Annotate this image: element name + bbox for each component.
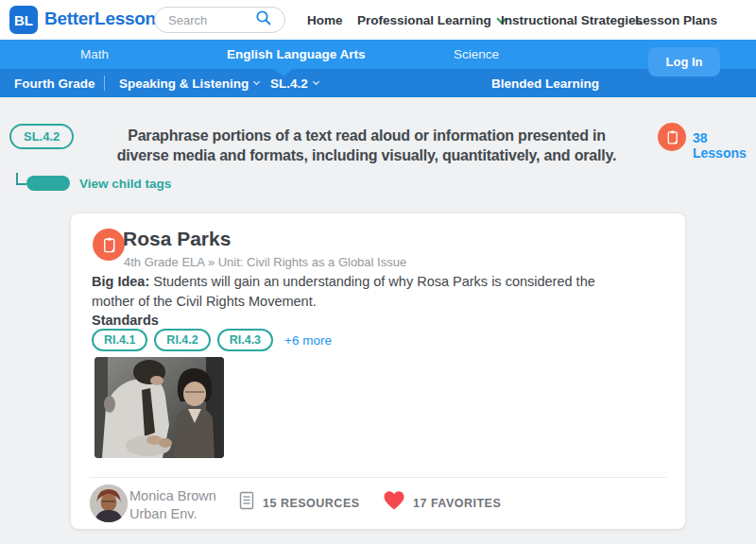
nav-home-label: Home xyxy=(307,13,343,27)
nav-professional-learning[interactable]: Professional Learning xyxy=(357,0,506,40)
lesson-title[interactable]: Rosa Parks xyxy=(123,228,231,250)
top-header: BL BetterLesson Home Professional Learni… xyxy=(0,0,756,40)
breadcrumb-grade[interactable]: Fourth Grade xyxy=(14,69,95,97)
standard-pill[interactable]: RI.4.3 xyxy=(217,329,273,351)
chevron-down-icon xyxy=(313,78,319,85)
subject-tab-math[interactable]: Math xyxy=(80,40,109,69)
lessons-count[interactable]: 38 Lessons xyxy=(693,130,756,161)
author-org: Urban Env. xyxy=(129,505,216,523)
tree-connector xyxy=(16,173,26,185)
big-idea-text1: Students will gain an understanding of w… xyxy=(153,274,595,289)
clipboard-icon xyxy=(100,236,118,254)
standard-code-badge: SL.4.2 xyxy=(9,124,74,149)
breadcrumb-strand-label: Speaking & Listening xyxy=(119,76,249,91)
subject-nav-bar: Math English Language Arts Science xyxy=(0,40,756,69)
big-idea-line1: Big Idea: Students will gain an understa… xyxy=(92,272,635,292)
subject-tab-science[interactable]: Science xyxy=(454,40,499,69)
nav-home[interactable]: Home xyxy=(307,0,343,40)
breadcrumb-divider xyxy=(104,76,105,91)
author-name: Monica Brown xyxy=(129,487,216,505)
lesson-breadcrumb: 4th Grade ELA » Unit: Civil Rights as a … xyxy=(124,255,406,269)
breadcrumb-strand-dropdown[interactable]: Speaking & Listening xyxy=(119,69,259,97)
chevron-down-icon xyxy=(253,78,260,85)
view-child-tags-toggle[interactable] xyxy=(26,176,70,191)
search-box[interactable] xyxy=(154,7,285,33)
view-child-tags-label[interactable]: View child tags xyxy=(79,177,171,191)
heart-icon[interactable] xyxy=(383,490,405,515)
standards-pill-row: RI.4.1 RI.4.2 RI.4.3 +6 more xyxy=(92,329,332,351)
search-input[interactable] xyxy=(168,13,255,27)
standard-description: Paraphrase portions of a text read aloud… xyxy=(93,126,641,165)
bl-logo[interactable]: BL xyxy=(9,6,38,34)
lessons-count-icon xyxy=(658,123,686,151)
subject-tab-english-language-arts[interactable]: English Language Arts xyxy=(227,40,366,69)
lesson-icon xyxy=(93,229,125,261)
breadcrumb-blended-learning[interactable]: Blended Learning xyxy=(491,69,599,97)
login-button[interactable]: Log In xyxy=(648,47,720,76)
search-icon[interactable] xyxy=(255,9,272,30)
breadcrumb-bar: Fourth Grade Speaking & Listening SL.4.2… xyxy=(0,69,756,97)
resources-icon xyxy=(239,491,254,514)
lesson-card[interactable]: Rosa Parks 4th Grade ELA » Unit: Civil R… xyxy=(71,213,685,529)
standard-pill[interactable]: RI.4.2 xyxy=(154,329,210,351)
nav-instructional-strategies-label: Instructional Strategies xyxy=(501,13,643,27)
standards-label: Standards xyxy=(92,313,159,328)
standard-description-line2: diverse media and formats, including vis… xyxy=(93,145,641,165)
nav-instructional-strategies[interactable]: Instructional Strategies xyxy=(501,0,643,40)
more-standards-link[interactable]: +6 more xyxy=(284,333,332,348)
resources-count: 15 RESOURCES xyxy=(263,497,360,510)
card-divider xyxy=(90,477,666,478)
active-tab-pointer xyxy=(274,69,293,76)
favorites-count: 17 FAVORITES xyxy=(413,497,501,510)
brand-name[interactable]: BetterLesson xyxy=(44,8,156,29)
breadcrumb-standard-label: SL.4.2 xyxy=(270,76,308,91)
nav-professional-learning-label: Professional Learning xyxy=(357,13,491,27)
nav-lesson-plans[interactable]: Lesson Plans xyxy=(635,0,717,40)
standard-description-line1: Paraphrase portions of a text read aloud… xyxy=(93,126,641,145)
lesson-photo-rosa-parks[interactable] xyxy=(94,357,224,458)
big-idea-text2: mother of the Civil Rights Movement. xyxy=(92,292,635,312)
page: BL BetterLesson Home Professional Learni… xyxy=(0,0,756,544)
author-avatar[interactable] xyxy=(90,484,128,522)
big-idea: Big Idea: Students will gain an understa… xyxy=(92,272,635,312)
standard-pill[interactable]: RI.4.1 xyxy=(92,329,147,351)
big-idea-label: Big Idea: xyxy=(92,274,149,289)
nav-lesson-plans-label: Lesson Plans xyxy=(635,13,717,27)
author-info[interactable]: Monica Brown Urban Env. xyxy=(129,487,216,523)
clipboard-icon xyxy=(664,129,680,145)
